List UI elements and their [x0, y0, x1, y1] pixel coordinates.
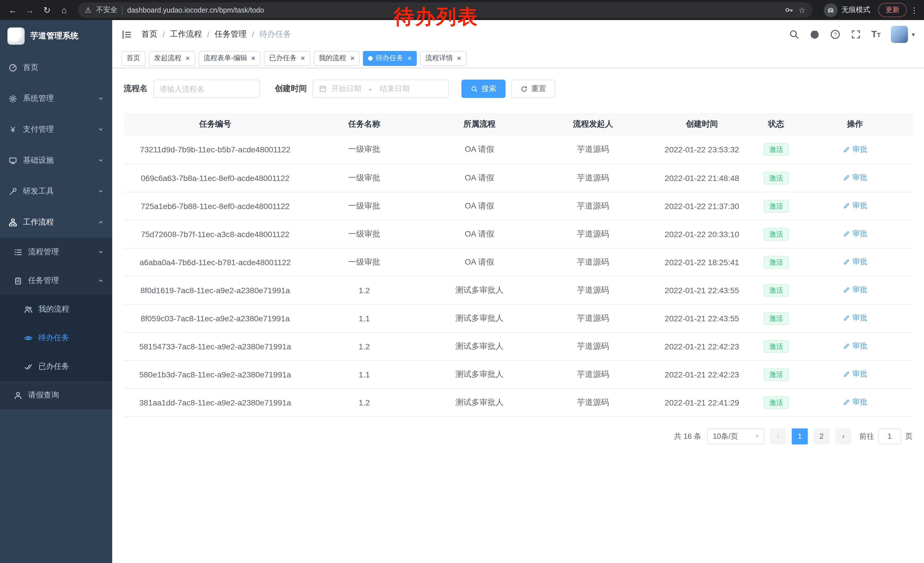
sidebar-item-devtools[interactable]: 研发工具 [0, 176, 112, 207]
column-action: 操作 [798, 113, 912, 136]
tab-3[interactable]: 流程表单-编辑× [198, 51, 261, 66]
process-name: 测试多审批人 [422, 304, 537, 332]
sidebar-item-todo-task[interactable]: 待办任务 [0, 324, 112, 352]
task-name: 1.2 [307, 276, 422, 304]
fullscreen-icon[interactable] [851, 29, 861, 39]
bookmark-star-icon[interactable]: ☆ [798, 6, 806, 15]
approve-link[interactable]: 审批 [843, 341, 867, 351]
approve-link[interactable]: 审批 [843, 201, 867, 211]
browser-home-icon[interactable]: ⌂ [57, 5, 71, 15]
task-table-body: 73211d9d-7b9b-11ec-b5b7-acde48001122一级审批… [124, 136, 912, 416]
tab-close-icon[interactable]: × [457, 54, 461, 62]
tab-close-icon[interactable]: × [186, 54, 190, 62]
next-page-button[interactable]: › [835, 428, 851, 444]
breadcrumb-home[interactable]: 首页 [141, 29, 158, 39]
reset-button[interactable]: 重置 [511, 80, 555, 98]
sidebar-toggle-icon[interactable] [122, 29, 132, 40]
address-bar[interactable]: ⚠ 不安全 dashboard.yudao.iocoder.cn/bpm/tas… [78, 2, 812, 18]
user-menu[interactable]: ▾ [891, 26, 915, 43]
browser-toolbar: ← → ↻ ⌂ ⚠ 不安全 dashboard.yudao.iocoder.cn… [0, 0, 924, 20]
date-range-picker[interactable]: 开始日期 - 结束日期 [313, 80, 449, 98]
svg-text:?: ? [834, 32, 837, 38]
sidebar-item-payment[interactable]: ¥ 支付管理 [0, 114, 112, 145]
yen-icon: ¥ [9, 125, 17, 134]
tab-label: 待办任务 [376, 53, 404, 63]
breadcrumb-task-management[interactable]: 任务管理 [214, 29, 247, 39]
sidebar-item-process-management[interactable]: 流程管理 [0, 238, 112, 266]
tab-6[interactable]: 待办任务× [363, 51, 417, 66]
chevron-up-icon [98, 278, 104, 284]
column-create-time: 创建时间 [649, 113, 754, 136]
sidebar-item-infrastructure[interactable]: 基础设施 [0, 145, 112, 176]
status-badge: 激活 [764, 340, 789, 353]
tab-4[interactable]: 已办任务× [264, 51, 310, 66]
page-button-2[interactable]: 2 [813, 428, 830, 444]
browser-menu-icon[interactable]: ⋮ [910, 6, 918, 15]
screenshot-stage: ← → ↻ ⌂ ⚠ 不安全 dashboard.yudao.iocoder.cn… [0, 0, 924, 563]
task-name: 一级审批 [307, 192, 422, 220]
sidebar-item-home[interactable]: 首页 [0, 52, 112, 83]
security-label: 不安全 [96, 5, 117, 15]
column-status: 状态 [755, 113, 798, 136]
process-name-input[interactable] [153, 80, 260, 98]
github-icon[interactable] [810, 29, 820, 39]
approve-link[interactable]: 审批 [843, 229, 867, 239]
pen-icon [843, 371, 850, 378]
process-initiator: 芋道源码 [537, 248, 649, 276]
task-id: 069c6a63-7b8a-11ec-8ef0-acde48001122 [124, 164, 307, 192]
navbar-tools: ? TT ▾ [789, 26, 915, 43]
search-button[interactable]: 搜索 [461, 80, 506, 98]
tab-close-icon[interactable]: × [300, 54, 305, 62]
tab-close-icon[interactable]: × [350, 54, 355, 62]
pen-icon [843, 174, 850, 182]
goto-page-input[interactable] [878, 428, 901, 444]
table-row: 8f0d1619-7ac8-11ec-a9e2-a2380e71991a1.2测… [124, 276, 912, 304]
app-logo[interactable]: 芋道管理系统 [0, 20, 112, 52]
sidebar-item-done-task[interactable]: 已办任务 [0, 352, 112, 381]
approve-link[interactable]: 审批 [843, 285, 867, 295]
tab-close-icon[interactable]: × [251, 54, 255, 62]
search-icon[interactable] [789, 29, 799, 39]
tab-5[interactable]: 我的流程× [314, 51, 360, 66]
status-badge: 激活 [764, 396, 789, 408]
task-submenu: 我的流程 待办任务 已办任务 [0, 295, 112, 381]
approve-link[interactable]: 审批 [843, 313, 867, 323]
todo-task-page: 流程名 创建时间 开始日期 - 结束日期 [112, 68, 924, 444]
avatar[interactable] [891, 26, 908, 43]
approve-link[interactable]: 审批 [843, 397, 867, 407]
tab-1[interactable]: 首页 [122, 51, 146, 66]
browser-back-icon[interactable]: ← [6, 5, 20, 15]
browser-reload-icon[interactable]: ↻ [40, 5, 54, 15]
sidebar-item-task-management[interactable]: 任务管理 [0, 266, 112, 295]
process-name: 测试多审批人 [422, 388, 537, 416]
breadcrumb-workflow[interactable]: 工作流程 [170, 29, 202, 39]
process-initiator: 芋道源码 [537, 332, 649, 360]
page-button-1[interactable]: 1 [792, 428, 808, 444]
clipboard-icon [14, 276, 22, 285]
dashboard-icon [9, 63, 17, 72]
task-id: 8f059c03-7ac8-11ec-a9e2-a2380e71991a [124, 304, 307, 332]
incognito-icon [824, 3, 837, 17]
browser-forward-icon[interactable]: → [23, 5, 37, 15]
caret-down-icon: ▾ [756, 433, 759, 439]
pen-icon [843, 314, 850, 322]
page-size-select[interactable]: 10条/页 ▾ [707, 428, 764, 444]
approve-link[interactable]: 审批 [843, 173, 867, 183]
sidebar-item-workflow[interactable]: 工作流程 [0, 207, 112, 238]
process-name: OA 请假 [422, 220, 537, 248]
chrome-update-button[interactable]: 更新 [878, 3, 907, 17]
create-time: 2022-01-22 20:33:10 [649, 220, 754, 248]
tab-close-icon[interactable]: × [407, 54, 412, 62]
approve-link[interactable]: 审批 [843, 369, 867, 380]
help-question-icon[interactable]: ? [830, 29, 840, 39]
approve-link[interactable]: 审批 [843, 144, 867, 155]
sidebar-item-system[interactable]: 系统管理 [0, 83, 112, 114]
sidebar-item-my-process[interactable]: 我的流程 [0, 295, 112, 324]
prev-page-button[interactable]: ‹ [770, 428, 786, 444]
sidebar-item-leave-query[interactable]: 请假查询 [0, 381, 112, 410]
password-key-icon[interactable] [785, 6, 794, 14]
font-size-icon[interactable]: TT [872, 30, 881, 39]
approve-link[interactable]: 审批 [843, 257, 867, 267]
tab-2[interactable]: 发起流程× [149, 51, 195, 66]
tab-7[interactable]: 流程详情× [420, 51, 466, 66]
